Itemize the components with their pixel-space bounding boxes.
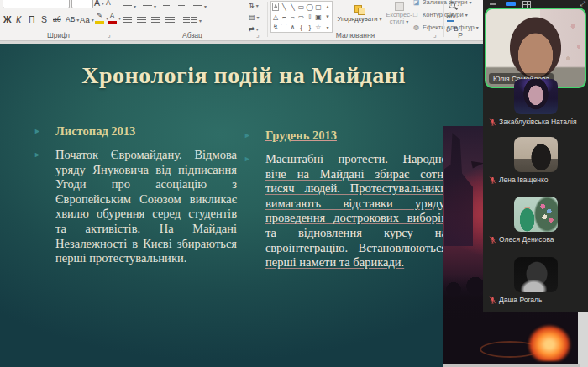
change-case-button[interactable]: Аа: [80, 13, 94, 25]
shapes-scroll-down-icon[interactable]: ▼: [323, 12, 332, 22]
bullet-triangle-icon: ►: [34, 148, 55, 266]
video-tile[interactable]: Даша Рогаль: [485, 257, 586, 311]
align-right-button[interactable]: [151, 14, 160, 26]
justify-button[interactable]: [165, 14, 175, 26]
font-color-button[interactable]: А: [108, 12, 121, 24]
shape-l1-icon[interactable]: ⌐: [280, 12, 288, 22]
shape-arrow-line-icon[interactable]: ╲: [288, 2, 297, 12]
highlighter-icon: ✎: [97, 12, 102, 20]
slide-left-column: ► Листопад 2013 ► Початок Євромайдану. В…: [34, 124, 237, 275]
shrink-font-button[interactable]: А: [106, 0, 111, 8]
italic-button[interactable]: К: [16, 13, 21, 25]
slide-right-column: ► Грудень 2013 ► Масштабні протести. Нар…: [244, 128, 447, 280]
find-button[interactable]: [449, 0, 455, 11]
shape-triangle-icon[interactable]: △: [271, 12, 280, 22]
shape-arrow-right-icon[interactable]: ⇨: [297, 12, 306, 22]
muted-mic-icon: [489, 118, 496, 126]
app-background-strip: [443, 364, 580, 367]
text-direction-button[interactable]: ⇅: [249, 0, 259, 11]
decrease-indent-button[interactable]: [163, 0, 170, 12]
quick-styles-button[interactable]: Експрес-стилі: [385, 0, 413, 29]
drawing-dialog-launcher[interactable]: [433, 31, 441, 39]
font-name-input[interactable]: [3, 0, 70, 8]
quick-styles-icon: [395, 2, 404, 11]
muted-mic-icon: [489, 236, 496, 244]
photo-fire: [522, 317, 577, 361]
font-group-label: Шрифт: [0, 31, 118, 39]
participant-video-thumb: [514, 79, 558, 114]
bullets-button[interactable]: [123, 0, 136, 12]
bullet-triangle-icon: ►: [244, 152, 265, 270]
shapes-scroll-up-icon[interactable]: ▲: [323, 2, 332, 12]
shape-plaque-icon[interactable]: ▣: [314, 12, 323, 22]
align-center-button[interactable]: [137, 14, 146, 26]
photo-scaffold-silhouette: [444, 133, 473, 246]
font-size-input[interactable]: [71, 0, 93, 8]
video-tile[interactable]: Олеся Денисова: [485, 197, 586, 250]
participant-name-badge: Лена Іващенко: [489, 176, 586, 184]
right-column-heading: Грудень 2013: [265, 128, 337, 143]
minimize-icon[interactable]: [490, 3, 496, 5]
drawing-group-label: Малювання: [268, 31, 443, 39]
bullet-triangle-icon: ►: [244, 128, 265, 143]
shape-oval-icon[interactable]: ◯: [306, 2, 314, 12]
replace-button[interactable]: аб: [447, 11, 454, 23]
strikethrough-button[interactable]: аб: [53, 13, 61, 25]
increase-indent-button[interactable]: [178, 0, 185, 12]
list-item: ► Грудень 2013: [244, 128, 447, 143]
list-item: ► Початок Євромайдану. Відмова уряду Яну…: [34, 148, 237, 266]
video-tile-active-speaker[interactable]: Юлія Самойлова: [485, 8, 586, 88]
editing-group-label: Р: [444, 31, 477, 39]
shapes-gallery[interactable]: А ╲ ╲ ▭ ◯ ▢ △ ⌐ ¬ ⇨ ⇩ ▣ ↯ ⌒ ∧ { } ☆ ▲ ▼ …: [270, 1, 333, 33]
underline-button[interactable]: П: [29, 13, 35, 25]
font-color-bar: [108, 21, 117, 24]
list-item: ► Листопад 2013: [34, 124, 237, 139]
align-text-button[interactable]: ▤: [249, 11, 260, 23]
meeting-participants-panel: ⤢ Юлія Самойлова Закаблуківська Наталія …: [483, 0, 588, 312]
muted-mic-icon: [489, 296, 496, 304]
columns-button[interactable]: [183, 14, 202, 26]
shapes-gallery-scrollbar[interactable]: ▲ ▼ ▾: [323, 2, 332, 32]
shape-l2-icon[interactable]: ¬: [288, 12, 297, 22]
shape-rounded-rect-icon[interactable]: ▢: [314, 2, 323, 12]
align-left-button[interactable]: [123, 14, 132, 26]
shape-arrow-down-icon[interactable]: ⇩: [306, 12, 314, 22]
participant-name-badge: Даша Рогаль: [489, 296, 586, 304]
video-tile[interactable]: Лена Іващенко: [485, 137, 586, 191]
highlight-color-bar: [95, 21, 104, 24]
participant-name-badge: Олеся Денисова: [489, 235, 586, 244]
participant-video-thumb: [514, 257, 558, 292]
shape-line-icon[interactable]: ╲: [280, 2, 288, 12]
bullet-triangle-icon: ►: [34, 124, 55, 139]
meeting-panel-controls: ⤢: [483, 0, 588, 8]
font-dialog-launcher[interactable]: [108, 31, 115, 39]
search-icon: [449, 2, 455, 8]
shape-rectangle-icon[interactable]: ▭: [297, 2, 306, 12]
line-spacing-button[interactable]: [193, 0, 207, 12]
shape-outline-icon: □: [413, 11, 420, 18]
speaker-view-icon[interactable]: [506, 2, 516, 6]
right-column-body: Масштабні протести. Народне віче на Майд…: [265, 152, 447, 270]
arrange-shapes-icon: [354, 5, 365, 13]
participant-video-thumb: [514, 137, 558, 172]
participant-video-thumb: [514, 197, 558, 232]
paragraph-dialog-launcher[interactable]: [256, 31, 264, 39]
slide-title: Хронологія подій на Майдані: [46, 62, 441, 89]
list-item: ► Масштабні протести. Народне віче на Ма…: [244, 152, 447, 270]
numbering-button[interactable]: [143, 0, 156, 12]
left-column-heading: Листопад 2013: [55, 124, 135, 139]
shape-textbox-icon[interactable]: А: [272, 3, 279, 11]
paragraph-group-label: Абзац: [118, 31, 266, 39]
bold-button[interactable]: Ж: [3, 13, 12, 25]
shape-fill-icon: ◪: [413, 0, 420, 5]
left-column-body: Початок Євромайдану. Відмова уряду Януко…: [55, 148, 237, 266]
video-tile[interactable]: Закаблуківська Наталія: [485, 79, 586, 133]
text-shadow-button[interactable]: S: [41, 13, 47, 25]
muted-mic-icon: [489, 176, 496, 184]
highlight-color-button[interactable]: ✎: [95, 12, 108, 24]
shape-effects-icon: ◍: [413, 24, 420, 30]
participant-name-badge: Закаблуківська Наталія: [489, 118, 586, 126]
character-spacing-button[interactable]: АВ: [66, 13, 79, 25]
arrange-button[interactable]: Упорядкувати: [336, 0, 383, 29]
grow-font-button[interactable]: А: [94, 0, 104, 8]
